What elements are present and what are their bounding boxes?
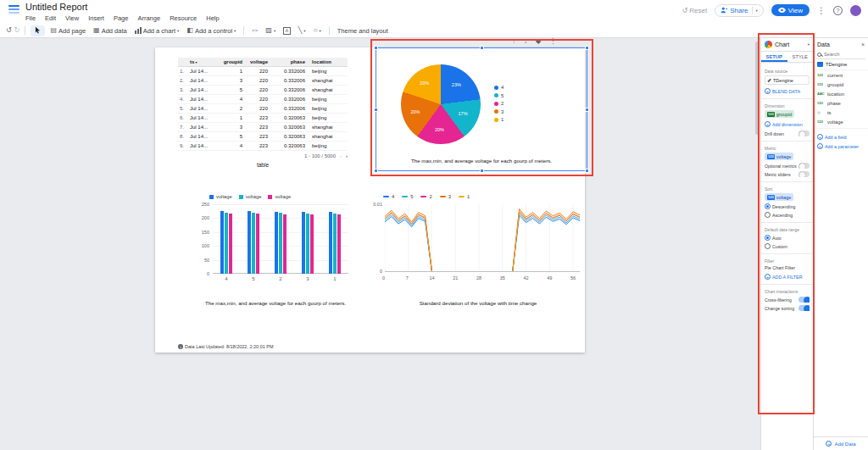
bar-legend-item[interactable]: voltage	[239, 194, 262, 199]
line-series-4[interactable]	[385, 215, 580, 272]
shape-button[interactable]: ○▾	[311, 26, 324, 35]
bar-group[interactable]	[275, 212, 287, 274]
add-control-button[interactable]: ◧ Add a control ▾	[184, 26, 238, 36]
bar[interactable]	[302, 212, 305, 274]
bar[interactable]	[220, 211, 224, 274]
canvas-scrollbar[interactable]	[755, 42, 759, 135]
data-source-item[interactable]: TDengine	[814, 59, 868, 70]
change-sorting-toggle[interactable]	[798, 305, 810, 311]
tab-setup[interactable]: SETUP	[761, 52, 787, 62]
menu-insert[interactable]: Insert	[88, 14, 104, 22]
move-up-icon[interactable]: ↑	[512, 38, 515, 45]
pie-circle[interactable]: 23%17%20%20%20%	[401, 64, 481, 144]
embed-button[interactable]: <>	[249, 27, 260, 34]
report-title[interactable]: Untitled Report	[25, 2, 87, 12]
cross-filtering-toggle[interactable]	[798, 297, 810, 303]
report-canvas[interactable]: ts ▾groupidvoltagephaselocation 1.Jul 14…	[0, 38, 760, 450]
field-item-voltage[interactable]: 123voltage	[814, 117, 868, 126]
move-down-icon[interactable]: ↓	[524, 38, 527, 45]
menu-edit[interactable]: Edit	[45, 14, 56, 22]
next-page-icon[interactable]: ›	[346, 153, 348, 158]
share-button[interactable]: Share ▾	[715, 4, 764, 17]
bar-legend-item[interactable]: voltage	[268, 194, 291, 199]
reset-button[interactable]: ↺ Reset	[682, 7, 708, 14]
line-legend-item[interactable]: 4	[383, 194, 394, 199]
add-filter-button[interactable]: + ADD A FILTER	[765, 274, 810, 280]
pie-legend-item[interactable]: 1	[494, 117, 504, 122]
date-auto-radio[interactable]	[765, 235, 771, 241]
table-header-row[interactable]: ts ▾groupidvoltagephaselocation	[178, 58, 348, 67]
dimension-chip[interactable]: 123 groupid	[765, 110, 794, 118]
sort-ascending-row[interactable]: Ascending	[765, 212, 810, 218]
pie-legend-item[interactable]: 5	[494, 93, 504, 98]
bar[interactable]	[306, 214, 309, 275]
add-page-button[interactable]: ▤ Add page	[47, 26, 88, 36]
menu-help[interactable]: Help	[206, 14, 219, 22]
menu-arrange[interactable]: Arrange	[137, 14, 160, 22]
line-series-5[interactable]	[385, 214, 580, 272]
optional-metrics-toggle[interactable]	[798, 163, 810, 169]
line-legend-item[interactable]: 1	[459, 194, 470, 199]
pie-legend-item[interactable]: 3	[494, 109, 504, 114]
line-button[interactable]: ╲▾	[296, 26, 309, 35]
line-legend-item[interactable]: 3	[440, 194, 451, 199]
prev-page-icon[interactable]: ‹	[340, 153, 342, 158]
field-item-phase[interactable]: 123phase	[814, 98, 868, 108]
share-caret-icon[interactable]: ▾	[756, 8, 758, 13]
avatar[interactable]	[850, 5, 861, 16]
chart-type-caret-icon[interactable]: ▾	[808, 42, 810, 47]
field-item-groupid[interactable]: 123groupid	[814, 80, 868, 89]
metric-sliders-toggle[interactable]	[798, 171, 810, 177]
blend-data-button[interactable]: + BLEND DATA	[765, 88, 810, 94]
bar-legend-item[interactable]: voltage	[209, 194, 232, 199]
bar-group[interactable]	[329, 212, 341, 274]
select-tool-button[interactable]	[31, 25, 45, 36]
redo-icon[interactable]: ↻	[14, 27, 20, 34]
bar[interactable]	[275, 212, 278, 274]
search-input[interactable]	[824, 52, 860, 57]
line-legend-item[interactable]: 2	[420, 194, 431, 199]
help-icon[interactable]: ?	[833, 6, 843, 15]
bar-chart[interactable]: voltagevoltagevoltage 050100150200250 45…	[199, 193, 352, 305]
bar[interactable]	[252, 213, 255, 274]
bar[interactable]	[333, 214, 337, 274]
bar[interactable]	[229, 214, 232, 274]
bar[interactable]	[256, 214, 259, 274]
bar-group[interactable]	[248, 211, 259, 274]
line-chart[interactable]: 45231 0.01 0 0714212835424956 Standard d…	[371, 193, 585, 305]
date-custom-row[interactable]: Custom	[765, 243, 810, 249]
undo-icon[interactable]: ↺	[6, 27, 12, 34]
more-options-icon[interactable]: ⋮	[817, 6, 826, 15]
add-dimension-button[interactable]: + Add dimension	[765, 121, 810, 127]
date-custom-radio[interactable]	[765, 243, 771, 249]
close-icon[interactable]: ×	[861, 42, 865, 47]
pie-legend-item[interactable]: 2	[494, 101, 504, 106]
field-search[interactable]	[816, 50, 865, 59]
field-item-current[interactable]: 123current	[814, 70, 868, 80]
field-item-ts[interactable]: ◷ts	[814, 108, 868, 117]
add-data-button[interactable]: ▦ Add data	[91, 26, 130, 36]
table-chart[interactable]: ts ▾groupidvoltagephaselocation 1.Jul 14…	[178, 58, 348, 168]
insights-icon[interactable]: ◆	[536, 38, 541, 45]
image-button[interactable]: ▨▾	[263, 26, 278, 35]
bar[interactable]	[248, 211, 251, 274]
tab-style[interactable]: STYLE	[787, 52, 814, 62]
bar-group[interactable]	[220, 211, 232, 274]
add-chart-button[interactable]: Add a chart ▾	[132, 26, 182, 36]
bar[interactable]	[279, 213, 282, 274]
menu-resource[interactable]: Resource	[170, 14, 197, 22]
pie-chart[interactable]: 23%17%20%20%20% 45231 The max,min, and a…	[377, 51, 586, 169]
sort-chip[interactable]: 123 voltage	[765, 193, 793, 201]
bar[interactable]	[337, 214, 341, 274]
chart-type-header[interactable]: Chart ▾	[761, 38, 813, 52]
chart-more-icon[interactable]: ⋮	[549, 38, 556, 45]
add-field-button[interactable]: + Add a field	[814, 134, 868, 140]
bar[interactable]	[283, 214, 287, 274]
add-parameter-button[interactable]: + Add a parameter	[814, 143, 868, 149]
drill-down-toggle[interactable]	[798, 131, 810, 136]
field-item-location[interactable]: ABClocation	[814, 89, 868, 98]
pie-legend-item[interactable]: 4	[494, 85, 504, 90]
bar-group[interactable]	[302, 212, 314, 274]
text-button[interactable]: A	[281, 26, 292, 36]
report-page[interactable]: ts ▾groupidvoltagephaselocation 1.Jul 14…	[155, 47, 585, 353]
